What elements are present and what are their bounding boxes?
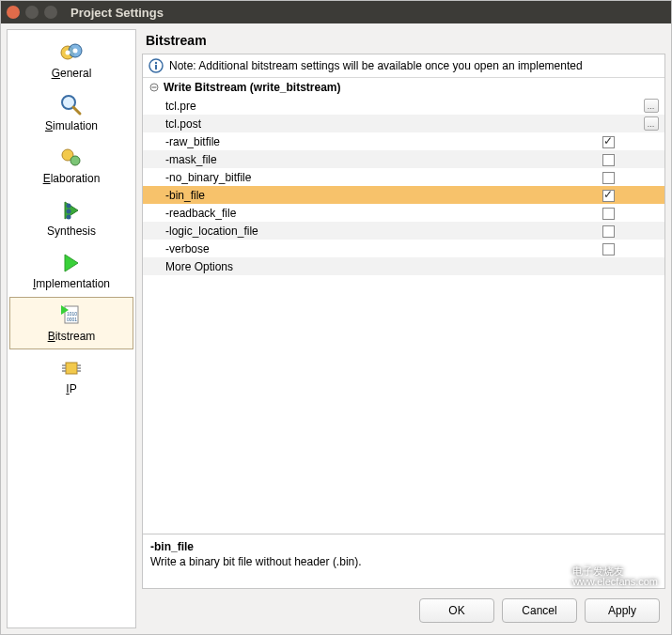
property-name: tcl.pre <box>143 97 552 115</box>
property-row[interactable]: -raw_bitfile <box>143 132 664 150</box>
checkbox[interactable] <box>602 225 615 238</box>
main-panel: Bitstream Note: Additional bitstream set… <box>142 29 665 628</box>
checkbox[interactable] <box>602 243 615 256</box>
sidebar-item-label: Elaboration <box>43 172 101 185</box>
note-bar: Note: Additional bitstream settings will… <box>143 54 664 78</box>
svg-line-5 <box>73 107 80 114</box>
property-row[interactable]: -readback_file <box>143 204 664 222</box>
property-name: -no_binary_bitfile <box>143 168 552 186</box>
sidebar-item-ip[interactable]: IP <box>9 349 133 402</box>
page-title: Bitstream <box>142 29 665 54</box>
ok-button[interactable]: OK <box>419 598 494 623</box>
property-name: -mask_file <box>143 150 552 168</box>
property-name: tcl.post <box>143 115 552 132</box>
property-value[interactable] <box>552 240 664 257</box>
property-row[interactable]: tcl.post… <box>143 115 664 132</box>
property-name: More Options <box>143 257 552 275</box>
description-panel: -bin_file Write a binary bit file withou… <box>143 534 664 588</box>
svg-point-3 <box>73 49 78 54</box>
properties-grid[interactable]: Write Bitstream (write_bitstream) tcl.pr… <box>143 78 664 534</box>
property-row[interactable]: -verbose <box>143 240 664 257</box>
chip-icon <box>49 354 94 382</box>
svg-marker-12 <box>65 255 78 271</box>
property-value[interactable] <box>552 186 664 204</box>
sidebar-item-simulation[interactable]: Simulation <box>9 86 133 139</box>
property-value[interactable] <box>552 222 664 240</box>
apply-button[interactable]: Apply <box>585 598 660 623</box>
sidebar-item-implementation[interactable]: Implementation <box>9 244 133 297</box>
sidebar-item-bitstream[interactable]: 1010 0001 Bitstream <box>9 297 133 349</box>
magnifier-icon <box>49 91 94 119</box>
sidebar-item-label: IP <box>66 382 76 395</box>
client-area: General Simulation Elaboration <box>1 23 671 634</box>
svg-point-25 <box>155 62 157 64</box>
browse-button[interactable]: … <box>644 99 659 113</box>
sidebar-item-general[interactable]: General <box>9 34 133 86</box>
property-name: -verbose <box>143 240 552 257</box>
checkbox[interactable] <box>602 154 615 166</box>
property-value[interactable]: … <box>552 97 664 115</box>
bitfile-icon: 1010 0001 <box>49 302 94 330</box>
info-icon <box>148 58 164 73</box>
sidebar-item-label: Synthesis <box>47 225 96 238</box>
checkbox[interactable] <box>602 136 615 148</box>
svg-rect-17 <box>66 363 77 374</box>
checkbox[interactable] <box>602 172 615 184</box>
window-close-button[interactable] <box>7 6 20 19</box>
property-value[interactable] <box>552 132 664 150</box>
collapse-icon[interactable] <box>148 82 160 93</box>
window-minimize-button[interactable] <box>25 6 39 19</box>
property-row[interactable]: -logic_location_file <box>143 222 664 240</box>
svg-rect-26 <box>155 65 157 70</box>
svg-point-7 <box>70 156 80 165</box>
group-header[interactable]: Write Bitstream (write_bitstream) <box>143 78 664 97</box>
checkbox[interactable] <box>602 208 615 220</box>
property-value[interactable] <box>552 168 664 186</box>
sidebar-item-label: General <box>52 67 92 80</box>
window-title: Project Settings <box>70 6 164 20</box>
property-row[interactable]: tcl.pre… <box>143 97 664 115</box>
description-text: Write a binary bit file without header (… <box>150 555 657 568</box>
sidebar: General Simulation Elaboration <box>7 29 136 628</box>
checkbox[interactable] <box>602 190 615 202</box>
sidebar-item-synthesis[interactable]: Synthesis <box>9 192 133 244</box>
cancel-button[interactable]: Cancel <box>502 598 577 623</box>
window-maximize-button[interactable] <box>44 6 57 19</box>
svg-point-11 <box>67 215 71 220</box>
property-value[interactable] <box>552 204 664 222</box>
property-row[interactable]: -no_binary_bitfile <box>143 168 664 186</box>
property-row[interactable]: -mask_file <box>143 150 664 168</box>
titlebar: Project Settings <box>1 1 671 23</box>
property-value[interactable] <box>552 150 664 168</box>
property-name: -raw_bitfile <box>143 132 552 150</box>
group-title: Write Bitstream (write_bitstream) <box>164 81 341 94</box>
browse-button[interactable]: … <box>644 116 659 131</box>
gears-icon <box>49 144 94 172</box>
property-name: -logic_location_file <box>143 222 552 240</box>
svg-text:0001: 0001 <box>67 317 77 322</box>
svg-point-9 <box>67 204 71 209</box>
sidebar-item-elaboration[interactable]: Elaboration <box>9 139 133 192</box>
description-title: -bin_file <box>150 540 657 553</box>
button-bar: 电子发烧友 www.elecfans.com OK Cancel Apply <box>142 589 665 628</box>
sidebar-item-label: Bitstream <box>48 330 96 343</box>
property-value[interactable] <box>552 257 664 275</box>
svg-point-10 <box>67 209 71 214</box>
sidebar-item-label: Implementation <box>33 277 110 290</box>
settings-panel: Note: Additional bitstream settings will… <box>142 54 665 589</box>
synthesis-icon <box>49 196 94 225</box>
property-row[interactable]: -bin_file <box>143 186 664 204</box>
property-value[interactable]: … <box>552 115 664 132</box>
gear-icon <box>49 39 94 67</box>
sidebar-item-label: Simulation <box>45 119 98 132</box>
svg-point-2 <box>66 51 70 55</box>
property-row[interactable]: More Options <box>143 257 664 275</box>
play-icon <box>49 249 94 277</box>
property-name: -bin_file <box>143 186 552 204</box>
note-text: Note: Additional bitstream settings will… <box>169 59 583 72</box>
property-name: -readback_file <box>143 204 552 222</box>
